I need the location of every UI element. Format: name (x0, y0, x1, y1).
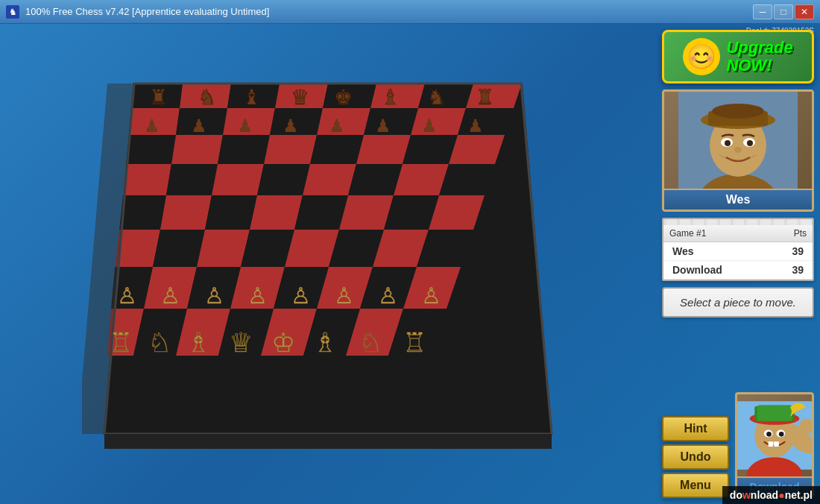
svg-marker-69 (104, 434, 552, 449)
svg-marker-27 (123, 164, 171, 195)
svg-text:♛: ♛ (291, 86, 309, 109)
svg-text:♚: ♚ (334, 86, 353, 109)
svg-point-127 (766, 432, 772, 437)
svg-marker-39 (294, 195, 348, 230)
svg-marker-30 (257, 164, 310, 195)
minimize-button[interactable]: ─ (753, 4, 772, 19)
svg-text:♞: ♞ (427, 86, 446, 109)
svg-marker-32 (348, 164, 403, 195)
svg-text:♟: ♟ (237, 116, 253, 136)
svg-point-112 (725, 140, 731, 146)
svg-text:♝: ♝ (242, 86, 261, 109)
pts-label: Pts (794, 228, 807, 239)
svg-text:♖: ♖ (109, 327, 133, 358)
svg-marker-33 (394, 164, 449, 195)
svg-point-114 (734, 147, 742, 153)
hint-button[interactable]: Hint (662, 416, 729, 441)
svg-text:♜: ♜ (149, 86, 168, 109)
chess-board-wrapper[interactable]: ♜ ♞ ♝ ♛ ♚ ♝ ♞ ♜ (82, 39, 574, 489)
svg-marker-17 (411, 108, 466, 135)
score-player-2-name: Download (672, 264, 722, 276)
svg-marker-26 (449, 135, 505, 164)
watermark-text: download●net.pl (730, 489, 813, 501)
player-avatar-bottom: Download (735, 392, 814, 498)
watermark: download●net.pl (722, 486, 820, 504)
game-label: Game #1 (669, 228, 706, 239)
svg-marker-44 (153, 230, 205, 267)
svg-text:♟: ♟ (467, 116, 484, 136)
close-button[interactable]: ✕ (795, 4, 814, 19)
svg-marker-37 (205, 195, 257, 230)
svg-text:♖: ♖ (403, 327, 426, 358)
svg-marker-29 (212, 164, 264, 195)
svg-marker-28 (166, 164, 218, 195)
svg-marker-10 (466, 84, 522, 108)
score-table: Game #1 Pts Wes 39 Download 39 (662, 218, 814, 281)
svg-text:♞: ♞ (9, 7, 17, 17)
score-player-2-pts: 39 (792, 264, 804, 276)
title-bar-left: ♞ 100% Free Chess v7.42 [Apprentice eval… (6, 5, 269, 19)
menu-button[interactable]: Menu (662, 473, 729, 498)
chess-area: ♜ ♞ ♝ ♛ ♚ ♝ ♞ ♜ (0, 24, 656, 504)
svg-marker-18 (458, 108, 514, 135)
chess-board-svg[interactable]: ♜ ♞ ♝ ♛ ♚ ♝ ♞ ♜ (82, 39, 574, 486)
svg-text:♙: ♙ (421, 283, 441, 308)
app-icon: ♞ (6, 5, 19, 19)
window-title: 100% Free Chess v7.42 [Apprentice evalua… (25, 6, 269, 17)
avatar-image-bottom (737, 394, 812, 476)
notebook-spiral (663, 219, 813, 225)
maximize-button[interactable]: □ (774, 4, 793, 19)
title-bar: ♞ 100% Free Chess v7.42 [Apprentice eval… (0, 0, 820, 24)
svg-text:♔: ♔ (271, 327, 295, 358)
svg-text:♗: ♗ (186, 327, 210, 358)
svg-text:♘: ♘ (148, 327, 171, 358)
svg-marker-24 (356, 135, 411, 164)
svg-text:♜: ♜ (476, 86, 494, 109)
undo-button[interactable]: Undo (662, 444, 729, 470)
svg-text:♟: ♟ (375, 116, 391, 136)
svg-text:♝: ♝ (381, 86, 400, 109)
score-player-1-pts: 39 (792, 245, 804, 257)
svg-marker-25 (403, 135, 458, 164)
svg-marker-23 (310, 135, 364, 164)
score-header: Game #1 Pts (663, 225, 813, 242)
svg-text:♟: ♟ (329, 116, 345, 136)
svg-marker-31 (303, 164, 356, 195)
player-avatar-top: Wes (662, 89, 814, 212)
upgrade-banner[interactable]: 😊 Upgrade NOW! (662, 30, 814, 84)
svg-text:♙: ♙ (117, 283, 137, 308)
game-buttons: Hint Undo Menu (662, 416, 729, 498)
svg-text:♟: ♟ (421, 116, 438, 136)
svg-text:♙: ♙ (204, 283, 224, 308)
svg-text:♙: ♙ (160, 283, 180, 308)
svg-marker-21 (218, 135, 270, 164)
avatar-svg-top (678, 92, 798, 189)
svg-marker-45 (197, 230, 250, 267)
upgrade-text-line2: NOW! (726, 57, 772, 75)
svg-text:♙: ♙ (334, 283, 354, 308)
svg-text:♟: ♟ (191, 116, 207, 136)
svg-text:♙: ♙ (378, 283, 398, 308)
svg-marker-19 (126, 135, 176, 164)
score-row-download: Download 39 (663, 261, 813, 280)
svg-rect-129 (769, 441, 774, 447)
right-panel: 😊 Upgrade NOW! (656, 24, 820, 504)
player-name-top: Wes (664, 189, 812, 210)
svg-point-109 (712, 104, 764, 119)
svg-marker-35 (119, 195, 166, 230)
status-message: Select a piece to move. (662, 287, 814, 318)
svg-rect-124 (757, 405, 792, 421)
svg-text:♟: ♟ (283, 116, 299, 136)
svg-marker-20 (171, 135, 223, 164)
main-content: Deal #: 774938152S (0, 24, 820, 504)
avatar-svg-bottom (737, 394, 812, 476)
svg-text:♞: ♞ (198, 86, 216, 109)
smiley-icon: 😊 (683, 38, 720, 75)
svg-rect-130 (774, 441, 779, 447)
watermark-dot: ● (778, 489, 784, 501)
svg-text:♕: ♕ (229, 327, 253, 358)
avatar-image-top (664, 92, 812, 189)
watermark-highlight: w (742, 489, 751, 501)
bottom-row: Hint Undo Menu (662, 392, 814, 498)
svg-point-113 (747, 140, 753, 146)
